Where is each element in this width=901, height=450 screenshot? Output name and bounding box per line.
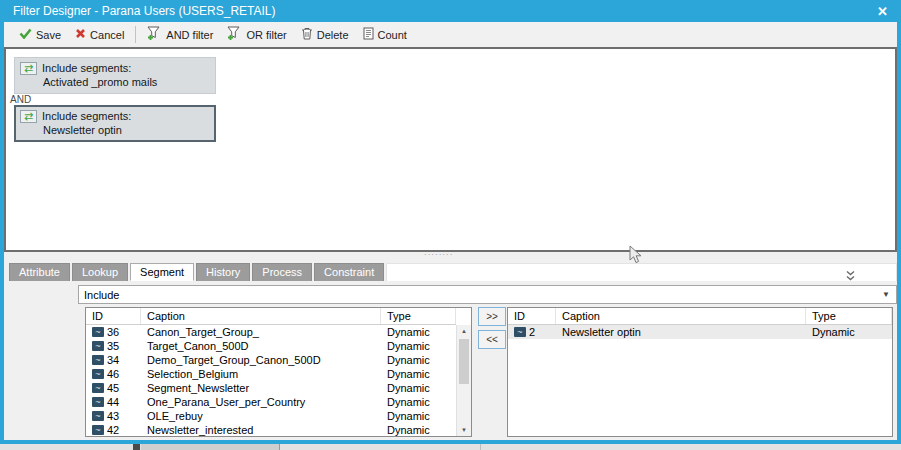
chevron-down-icon: ▼ <box>882 290 896 299</box>
list-item[interactable]: ~44One_Parana_User_per_CountryDynamic <box>86 395 456 409</box>
list-item[interactable]: ~42Newsletter_interestedDynamic <box>86 423 456 437</box>
table-header: ID Caption Type <box>508 308 892 325</box>
list-item[interactable]: ~2Newsletter optinDynamic <box>508 325 892 339</box>
segment-icon: ~ <box>92 425 104 435</box>
list-item[interactable]: ~46Selection_BelgiumDynamic <box>86 367 456 381</box>
selected-segments-table: ID Caption Type ~2Newsletter optinDynami… <box>507 307 893 437</box>
list-item[interactable]: ~35Target_Canon_500DDynamic <box>86 339 456 353</box>
segment-icon: ~ <box>92 369 104 379</box>
and-filter-button[interactable]: AND filter <box>140 24 220 46</box>
save-button[interactable]: Save <box>12 24 68 46</box>
segment-icon: ~ <box>92 383 104 393</box>
scroll-thumb[interactable] <box>459 339 469 384</box>
available-segments-table: ID Caption Type ~36Canon_Target_Group_Dy… <box>85 307 472 437</box>
background-desktop <box>0 444 901 450</box>
toolbar-separator <box>135 26 136 43</box>
list-item[interactable]: ~34Demo_Target_Group_Canon_500DDynamic <box>86 353 456 367</box>
count-button[interactable]: Count <box>356 24 414 46</box>
col-caption[interactable]: Caption <box>141 308 381 324</box>
tab-bar: AttributeLookupSegmentHistoryProcessCons… <box>9 263 386 281</box>
segment-icon: ~ <box>92 397 104 407</box>
segment-icon: ~ <box>92 327 104 337</box>
splitter-handle[interactable] <box>4 252 897 263</box>
tab-constraint[interactable]: Constraint <box>314 263 384 281</box>
segment-icon: ~ <box>92 411 104 421</box>
trash-icon <box>301 27 313 42</box>
filter-add-icon <box>147 26 162 43</box>
check-icon <box>19 28 32 41</box>
background-element <box>141 444 280 450</box>
table-body: ~2Newsletter optinDynamic <box>508 325 892 339</box>
table-header: ID Caption Type <box>86 308 456 325</box>
background-element <box>480 444 481 450</box>
scroll-down-icon[interactable]: ▼ <box>457 427 471 433</box>
scroll-up-icon[interactable]: ▲ <box>457 328 471 334</box>
list-item[interactable]: ~36Canon_Target_Group_Dynamic <box>86 325 456 339</box>
filter-add-icon <box>227 26 242 43</box>
filter-node-include-segments-2[interactable]: ⇄ Include segments: Newsletter optin <box>14 105 216 142</box>
tab-process[interactable]: Process <box>252 263 312 281</box>
tab-strip: AttributeLookupSegmentHistoryProcessCons… <box>4 263 897 281</box>
window-title: Filter Designer - Parana Users (USERS_RE… <box>13 4 276 18</box>
tab-history[interactable]: History <box>196 263 250 281</box>
col-type[interactable]: Type <box>806 308 892 324</box>
cancel-button[interactable]: Cancel <box>68 24 131 46</box>
splitter-dots-icon <box>424 250 453 259</box>
vertical-scrollbar[interactable]: ▲ ▼ <box>456 325 471 436</box>
close-icon[interactable]: ✕ <box>877 4 888 19</box>
col-id[interactable]: ID <box>86 308 141 324</box>
tab-segment[interactable]: Segment <box>130 263 194 281</box>
filter-node-value: Newsletter optin <box>42 123 131 137</box>
segment-icon: ~ <box>92 341 104 351</box>
filter-node-title: Include segments: <box>42 61 157 75</box>
table-body: ~36Canon_Target_Group_Dynamic~35Target_C… <box>86 325 456 437</box>
filter-canvas[interactable]: ⇄ Include segments: Activated _promo mai… <box>4 47 897 252</box>
filter-node-include-segments-1[interactable]: ⇄ Include segments: Activated _promo mai… <box>14 57 216 94</box>
col-caption[interactable]: Caption <box>556 308 806 324</box>
toolbar: Save Cancel AND filter OR filter Delete … <box>4 22 897 47</box>
move-right-button[interactable]: >> <box>478 307 506 326</box>
segment-icon: ~ <box>514 327 526 337</box>
segments-icon: ⇄ <box>20 110 37 123</box>
title-bar: Filter Designer - Parana Users (USERS_RE… <box>4 0 897 22</box>
filter-designer-dialog: Filter Designer - Parana Users (USERS_RE… <box>0 0 901 444</box>
list-item[interactable]: ~43OLE_rebuyDynamic <box>86 409 456 423</box>
delete-button[interactable]: Delete <box>294 24 356 46</box>
segments-icon: ⇄ <box>20 62 37 75</box>
segment-panel: Include ▼ ID Caption Type ~36Canon_Targe… <box>4 281 897 440</box>
mouse-cursor-icon <box>629 245 643 269</box>
tab-attribute[interactable]: Attribute <box>9 263 70 281</box>
count-icon <box>363 27 374 42</box>
background-element <box>133 444 140 450</box>
move-left-button[interactable]: << <box>478 330 506 349</box>
dropdown-value: Include <box>84 289 119 301</box>
col-type[interactable]: Type <box>381 308 456 324</box>
and-operator-label: AND <box>10 94 31 105</box>
include-mode-dropdown[interactable]: Include ▼ <box>78 285 897 304</box>
x-icon <box>75 28 86 41</box>
col-id[interactable]: ID <box>508 308 556 324</box>
list-item[interactable]: ~45Segment_NewsletterDynamic <box>86 381 456 395</box>
filter-node-value: Activated _promo mails <box>42 75 157 89</box>
tab-lookup[interactable]: Lookup <box>72 263 128 281</box>
or-filter-button[interactable]: OR filter <box>220 24 293 46</box>
segment-icon: ~ <box>92 355 104 365</box>
filter-node-title: Include segments: <box>42 109 131 123</box>
